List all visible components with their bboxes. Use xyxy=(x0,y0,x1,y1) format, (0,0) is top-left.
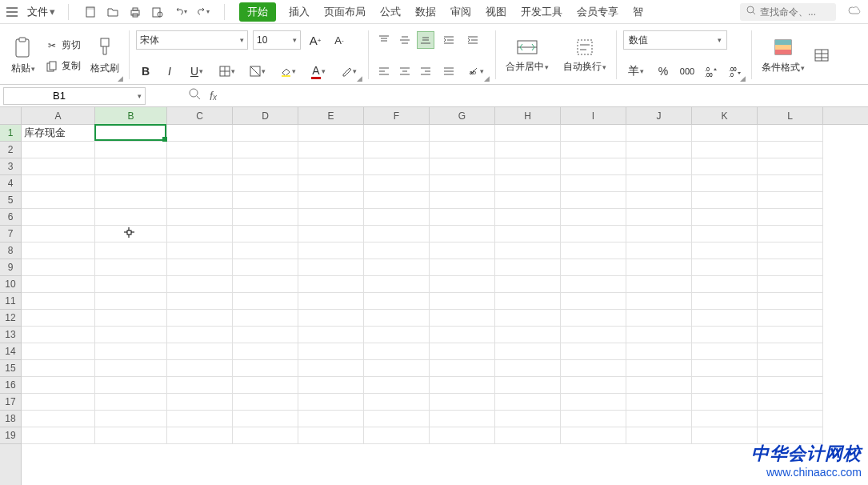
cell-F14[interactable] xyxy=(364,343,430,360)
copy-button[interactable]: 复制 xyxy=(43,58,82,74)
cell-E2[interactable] xyxy=(298,142,364,158)
cell-A1[interactable]: 库存现金 xyxy=(22,125,95,142)
cell-H7[interactable] xyxy=(495,226,561,242)
cell-C17[interactable] xyxy=(167,394,233,411)
cell-L13[interactable] xyxy=(758,327,823,343)
cell-B11[interactable] xyxy=(95,293,167,310)
tab-smart[interactable]: 智 xyxy=(631,3,645,21)
cell-B6[interactable] xyxy=(95,209,167,226)
cell-K1[interactable] xyxy=(692,125,758,142)
align-top-button[interactable] xyxy=(375,31,393,49)
cell-F3[interactable] xyxy=(364,158,430,175)
column-header-A[interactable]: A xyxy=(22,107,95,124)
cell-C12[interactable] xyxy=(167,310,233,327)
cell-A3[interactable] xyxy=(22,158,95,175)
align-right-button[interactable] xyxy=(417,62,434,80)
row-header-16[interactable]: 16 xyxy=(0,377,21,394)
row-header-12[interactable]: 12 xyxy=(0,310,21,327)
cell-H6[interactable] xyxy=(495,209,561,226)
cell-F11[interactable] xyxy=(364,293,430,310)
cell-G8[interactable] xyxy=(430,242,495,259)
percent-button[interactable]: % xyxy=(654,62,673,81)
row-header-2[interactable]: 2 xyxy=(0,142,21,158)
cell-A19[interactable] xyxy=(22,427,95,444)
merge-center-button[interactable]: 合并居中▾ xyxy=(502,36,552,75)
column-header-K[interactable]: K xyxy=(692,107,758,124)
cell-C6[interactable] xyxy=(167,209,233,226)
font-size-select[interactable]: 10▾ xyxy=(253,30,301,50)
font-name-select[interactable]: 宋体▾ xyxy=(136,30,248,50)
cell-B10[interactable] xyxy=(95,276,167,293)
cell-G1[interactable] xyxy=(430,125,495,142)
cell-F18[interactable] xyxy=(364,411,430,427)
cell-E13[interactable] xyxy=(298,327,364,343)
row-header-5[interactable]: 5 xyxy=(0,192,21,209)
cell-K15[interactable] xyxy=(692,360,758,377)
cell-D11[interactable] xyxy=(233,293,298,310)
cell-G7[interactable] xyxy=(430,226,495,242)
cell-H18[interactable] xyxy=(495,411,561,427)
decrease-indent-button[interactable] xyxy=(439,30,458,50)
tab-review[interactable]: 审阅 xyxy=(449,3,473,21)
cell-D10[interactable] xyxy=(233,276,298,293)
cell-D4[interactable] xyxy=(233,175,298,192)
column-header-H[interactable]: H xyxy=(495,107,561,124)
cell-D15[interactable] xyxy=(233,360,298,377)
cell-D16[interactable] xyxy=(233,377,298,394)
cell-F1[interactable] xyxy=(364,125,430,142)
cell-E15[interactable] xyxy=(298,360,364,377)
dialog-launcher-icon[interactable]: ◢ xyxy=(118,74,126,82)
cell-J6[interactable] xyxy=(626,209,692,226)
redo-icon[interactable]: ▾ xyxy=(195,5,210,19)
column-header-J[interactable]: J xyxy=(626,107,692,124)
cell-F10[interactable] xyxy=(364,276,430,293)
cell-A12[interactable] xyxy=(22,310,95,327)
column-header-E[interactable]: E xyxy=(298,107,364,124)
cell-C4[interactable] xyxy=(167,175,233,192)
cell-F12[interactable] xyxy=(364,310,430,327)
cell-E10[interactable] xyxy=(298,276,364,293)
tab-member[interactable]: 会员专享 xyxy=(575,3,620,21)
tab-insert[interactable]: 插入 xyxy=(287,3,311,21)
cell-D9[interactable] xyxy=(233,259,298,276)
cell-E8[interactable] xyxy=(298,242,364,259)
cell-D12[interactable] xyxy=(233,310,298,327)
cell-H5[interactable] xyxy=(495,192,561,209)
cell-G2[interactable] xyxy=(430,142,495,158)
cell-B15[interactable] xyxy=(95,360,167,377)
cell-B7[interactable] xyxy=(95,226,167,242)
cell-D7[interactable] xyxy=(233,226,298,242)
undo-icon[interactable]: ▾ xyxy=(173,5,187,19)
cell-D18[interactable] xyxy=(233,411,298,427)
cell-C11[interactable] xyxy=(167,293,233,310)
cell-F2[interactable] xyxy=(364,142,430,158)
currency-button[interactable]: 羊▾ xyxy=(623,62,649,81)
cell-A15[interactable] xyxy=(22,360,95,377)
name-box-input[interactable] xyxy=(7,90,111,102)
cell-E12[interactable] xyxy=(298,310,364,327)
cell-A16[interactable] xyxy=(22,377,95,394)
cell-A7[interactable] xyxy=(22,226,95,242)
cell-B3[interactable] xyxy=(95,158,167,175)
cell-K4[interactable] xyxy=(692,175,758,192)
cell-I14[interactable] xyxy=(561,343,626,360)
cell-K3[interactable] xyxy=(692,158,758,175)
cell-D13[interactable] xyxy=(233,327,298,343)
cell-D8[interactable] xyxy=(233,242,298,259)
cell-K5[interactable] xyxy=(692,192,758,209)
cell-E11[interactable] xyxy=(298,293,364,310)
cell-G14[interactable] xyxy=(430,343,495,360)
cell-H8[interactable] xyxy=(495,242,561,259)
cell-K16[interactable] xyxy=(692,377,758,394)
cell-I15[interactable] xyxy=(561,360,626,377)
thousands-button[interactable]: 000 xyxy=(678,62,697,81)
cell-L4[interactable] xyxy=(758,175,823,192)
cell-E3[interactable] xyxy=(298,158,364,175)
cell-B8[interactable] xyxy=(95,242,167,259)
cell-I18[interactable] xyxy=(561,411,626,427)
cell-D3[interactable] xyxy=(233,158,298,175)
border-button[interactable]: ▾ xyxy=(214,62,240,81)
cell-H11[interactable] xyxy=(495,293,561,310)
cell-G4[interactable] xyxy=(430,175,495,192)
cell-A8[interactable] xyxy=(22,242,95,259)
